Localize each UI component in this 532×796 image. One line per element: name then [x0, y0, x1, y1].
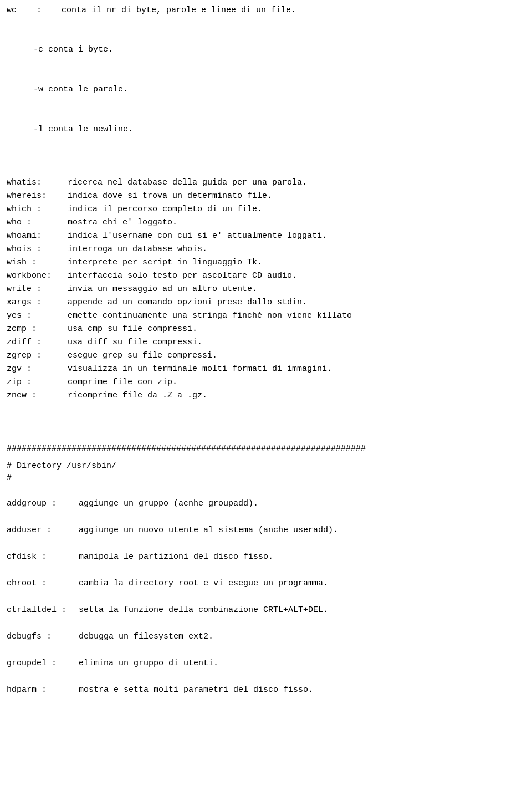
wc-option-c: -c conta i byte.	[33, 43, 525, 57]
list-item: whois : interroga un database whois.	[7, 243, 525, 256]
commands-list: whatis: ricerca nel database della guida…	[7, 176, 525, 402]
list-item: zip : comprime file con zip.	[7, 376, 525, 389]
cmd-desc: ricomprime file da .Z a .gz.	[68, 389, 525, 402]
cmd-desc: usa diff su file compressi.	[68, 336, 525, 349]
list-item: zdiff : usa diff su file compressi.	[7, 336, 525, 349]
cmd-name: whereis:	[7, 190, 68, 203]
list-item: who : mostra chi e' loggato.	[7, 216, 525, 229]
cmd-desc: elimina un gruppo di utenti.	[79, 657, 525, 670]
cmd-desc: ricerca nel database della guida per una…	[68, 176, 525, 190]
cmd-desc: manipola le partizioni del disco fisso.	[79, 550, 525, 564]
cmd-name: groupdel :	[7, 657, 79, 670]
list-item: zgv : visualizza in un terminale molti f…	[7, 363, 525, 376]
wc-options: -c conta i byte. -w conta le parole. -l …	[7, 17, 525, 163]
cmd-desc: debugga un filesystem ext2.	[79, 630, 525, 644]
cmd-name: wish :	[7, 256, 68, 269]
list-item: chroot : cambia la directory root e vi e…	[7, 577, 525, 590]
cmd-name: addgroup :	[7, 497, 79, 511]
cmd-desc: visualizza in un terminale molti formati…	[68, 363, 525, 376]
dir-header: # Directory /usr/sbin/	[7, 460, 525, 472]
cmd-name: whatis:	[7, 176, 68, 190]
wc-header-text: wc : conta il nr di byte, parole e linee…	[7, 6, 296, 15]
cmd-desc: emette continuamente una stringa finché …	[68, 309, 525, 323]
dir-commands-list: addgroup : aggiunge un gruppo (acnhe gro…	[7, 497, 525, 697]
wc-header-row: wc : conta il nr di byte, parole e linee…	[7, 4, 525, 17]
cmd-name: zgv :	[7, 363, 68, 376]
cmd-name: znew :	[7, 389, 68, 402]
cmd-name: cfdisk :	[7, 550, 79, 564]
cmd-name: zcmp :	[7, 323, 68, 336]
cmd-name: zip :	[7, 376, 68, 389]
cmd-desc: usa cmp su file compressi.	[68, 323, 525, 336]
list-item: groupdel : elimina un gruppo di utenti.	[7, 657, 525, 670]
list-item: workbone: interfaccia solo testo per asc…	[7, 269, 525, 283]
cmd-desc: aggiunge un nuovo utente al sistema (anc…	[79, 524, 525, 537]
cmd-name: workbone:	[7, 269, 68, 283]
list-item: zgrep : esegue grep su file compressi.	[7, 349, 525, 363]
list-item: cfdisk : manipola le partizioni del disc…	[7, 550, 525, 564]
cmd-desc: indica l'username con cui si e' attualme…	[68, 229, 525, 243]
cmd-name: who :	[7, 216, 68, 229]
section-divider: ########################################…	[7, 442, 525, 456]
cmd-desc: esegue grep su file compressi.	[68, 349, 525, 363]
list-item: whoami: indica l'username con cui si e' …	[7, 229, 525, 243]
cmd-desc: appende ad un comando opzioni prese dall…	[68, 296, 525, 309]
cmd-desc: comprime file con zip.	[68, 376, 525, 389]
page-content: wc : conta il nr di byte, parole e linee…	[7, 4, 525, 697]
cmd-desc: interroga un database whois.	[68, 243, 525, 256]
cmd-name: write :	[7, 283, 68, 296]
cmd-name: whoami:	[7, 229, 68, 243]
cmd-name: yes :	[7, 309, 68, 323]
list-item: write : invia un messaggio ad un altro u…	[7, 283, 525, 296]
list-item: xargs : appende ad un comando opzioni pr…	[7, 296, 525, 309]
cmd-desc: invia un messaggio ad un altro utente.	[68, 283, 525, 296]
list-item: debugfs : debugga un filesystem ext2.	[7, 630, 525, 644]
cmd-desc: setta la funzione della combinazione CRT…	[79, 604, 525, 617]
cmd-desc: cambia la directory root e vi esegue un …	[79, 577, 525, 590]
cmd-desc: mostra e setta molti parametri del disco…	[79, 683, 525, 697]
cmd-desc: interfaccia solo testo per ascoltare CD …	[68, 269, 525, 283]
list-item: whereis: indica dove si trova un determi…	[7, 190, 525, 203]
list-item: which : indica il percorso completo di u…	[7, 203, 525, 216]
list-item: addgroup : aggiunge un gruppo (acnhe gro…	[7, 497, 525, 511]
list-item: adduser : aggiunge un nuovo utente al si…	[7, 524, 525, 537]
cmd-name: xargs :	[7, 296, 68, 309]
cmd-name: whois :	[7, 243, 68, 256]
list-item: wish : interprete per script in linguagg…	[7, 256, 525, 269]
cmd-name: chroot :	[7, 577, 79, 590]
list-item: yes : emette continuamente una stringa f…	[7, 309, 525, 323]
list-item: hdparm : mostra e setta molti parametri …	[7, 683, 525, 697]
list-item: ctrlaltdel : setta la funzione della com…	[7, 604, 525, 617]
cmd-name: adduser :	[7, 524, 79, 537]
wc-option-w: -w conta le parole.	[33, 83, 525, 96]
cmd-name: hdparm :	[7, 683, 79, 697]
cmd-desc: mostra chi e' loggato.	[68, 216, 525, 229]
dir-hash: #	[7, 472, 525, 484]
list-item: zcmp : usa cmp su file compressi.	[7, 323, 525, 336]
cmd-desc: indica dove si trova un determinato file…	[68, 190, 525, 203]
list-item: whatis: ricerca nel database della guida…	[7, 176, 525, 190]
cmd-name: ctrlaltdel :	[7, 604, 79, 617]
cmd-desc: aggiunge un gruppo (acnhe groupadd).	[79, 497, 525, 511]
cmd-name: zdiff :	[7, 336, 68, 349]
wc-option-l: -l conta le newline.	[33, 123, 525, 136]
list-item: znew : ricomprime file da .Z a .gz.	[7, 389, 525, 402]
cmd-name: zgrep :	[7, 349, 68, 363]
cmd-name: debugfs :	[7, 630, 79, 644]
cmd-name: which :	[7, 203, 68, 216]
cmd-desc: indica il percorso completo di un file.	[68, 203, 525, 216]
cmd-desc: interprete per script in linguaggio Tk.	[68, 256, 525, 269]
